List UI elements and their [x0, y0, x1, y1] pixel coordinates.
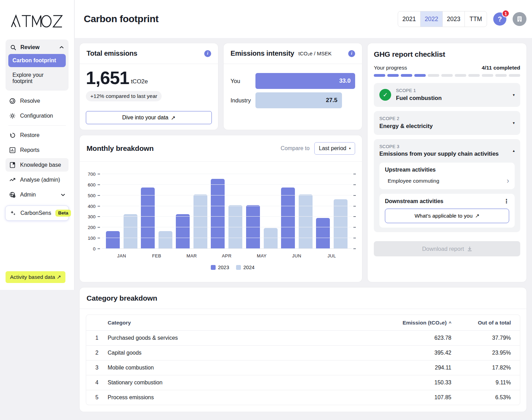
x-axis-label: MAY [246, 253, 278, 258]
monthly-chart-legend: 20232024 [114, 265, 352, 270]
total-emissions-value: 1,651 [86, 69, 129, 87]
employee-commuting-item[interactable]: Employee commuting › [385, 177, 509, 185]
intensity-label: You [231, 78, 255, 84]
axis-tick [98, 248, 100, 249]
x-axis-label: APR [211, 253, 242, 258]
bar-2023-feb[interactable] [141, 188, 155, 249]
building-icon [516, 16, 523, 22]
intensity-value: 27.5 [326, 97, 337, 104]
gear-icon [9, 112, 16, 119]
download-report-button[interactable]: Download report [374, 241, 520, 256]
progress-segment [495, 74, 507, 77]
emissions-intensity-unit: tCO₂e / MSEK [298, 51, 332, 56]
table-row[interactable]: 2 Capital goods 395.42 23.95% [86, 346, 520, 360]
x-axis-label: MAR [176, 253, 207, 258]
legend-label: 2023 [218, 265, 229, 270]
axis-tick [98, 216, 100, 217]
sidebar-item-analyse-admin[interactable]: Analyse (admin) [6, 173, 69, 186]
main-area: Carbon footprint 2021 2022 2023 TTM ? 1 [75, 0, 532, 417]
check-circle-icon: ✓ [379, 89, 391, 101]
info-icon[interactable]: i [348, 50, 355, 57]
table-row[interactable]: 5 Process emissions 107.85 6.53% [86, 390, 520, 405]
sidebar-group-review-header[interactable]: Review [8, 42, 66, 54]
scope-name: Energy & electricity [379, 122, 433, 130]
sidebar-item-knowledge-base[interactable]: Knowledge base [6, 158, 69, 172]
share-column-header[interactable]: Out of a total [454, 315, 520, 331]
x-axis-label: FEB [141, 253, 172, 258]
emission-column-header[interactable]: Emission (tCO₂e)^ [375, 315, 454, 331]
info-icon[interactable]: i [204, 50, 211, 57]
atmoz-logo-icon [10, 15, 63, 28]
whats-applicable-label: What's applicable to you [415, 213, 473, 219]
scope-3-toggle[interactable]: SCOPE 3 Emissions from your supply chain… [379, 144, 515, 158]
compare-period-value: Last period [319, 145, 346, 152]
caret-up-icon: ▴ [513, 148, 515, 153]
bar-2024-feb[interactable] [159, 231, 172, 249]
year-tabs: 2021 2022 2023 TTM [398, 11, 487, 27]
gridline [102, 174, 352, 174]
sidebar-item-resolve[interactable]: Resolve [6, 94, 69, 108]
scope-name: Emissions from your supply chain activit… [379, 150, 499, 158]
x-axis-label: JAN [106, 253, 137, 258]
sidebar-item-reports[interactable]: Reports [6, 143, 69, 157]
sidebar-item-admin[interactable]: Admin [6, 188, 69, 201]
sidebar-item-carbon-footprint[interactable]: Carbon footprint [8, 54, 66, 67]
bar-2024-jan[interactable] [124, 214, 137, 249]
ghg-checklist-title: GHG report checklist [374, 50, 520, 58]
carbonsens-label: CarbonSens [20, 210, 51, 216]
bar-2023-jul[interactable] [316, 218, 330, 249]
compare-to-label: Compare to [281, 145, 310, 152]
table-row[interactable]: 4 Stationary combustion 150.33 9.11% [86, 375, 520, 390]
notification-badge: 1 [502, 10, 510, 17]
sidebar-item-carbonsens[interactable]: CarbonSens Beta [5, 206, 69, 221]
table-row[interactable]: 3 Mobile combustion 294.11 17.82% [86, 360, 520, 375]
organization-avatar[interactable] [513, 12, 526, 26]
bar-2023-jun[interactable] [281, 188, 295, 249]
progress-status: 4/11 completed [482, 65, 520, 71]
comparison-badge: +12% compared to last year [86, 91, 162, 101]
tab-2022[interactable]: 2022 [420, 11, 442, 27]
bar-2023-apr[interactable] [211, 179, 225, 249]
activity-based-data-link[interactable]: Activity based data ↗ [6, 271, 65, 283]
bar-2023-jan[interactable] [106, 231, 120, 249]
intensity-row-industry: Industry 27.5 [231, 92, 355, 108]
axis-tick [98, 195, 100, 196]
globe-gear-icon [9, 191, 16, 198]
atmoz-logo[interactable] [0, 0, 74, 39]
x-axis-label: JUL [316, 253, 348, 258]
compare-period-select[interactable]: Last period ▾ [314, 142, 355, 155]
dashboard-content: Total emissions i 1,651 tCO2e +12% compa… [75, 38, 532, 417]
kebab-menu-icon[interactable]: ⋮ [504, 198, 509, 204]
bar-2024-mar[interactable] [193, 194, 207, 249]
dive-into-data-button[interactable]: Dive into your data ↗ [86, 111, 212, 124]
sidebar-item-label: Configuration [20, 113, 53, 119]
upstream-activities-card: Upstream activities Employee commuting › [379, 163, 515, 189]
bar-2023-mar[interactable] [176, 214, 190, 249]
tab-ttm[interactable]: TTM [465, 11, 487, 27]
progress-segment [414, 74, 426, 77]
resolve-icon [9, 98, 16, 104]
bar-2024-jun[interactable] [299, 194, 313, 249]
tab-2021[interactable]: 2021 [398, 11, 420, 27]
axis-tick [353, 216, 356, 217]
scope-label: SCOPE 3 [379, 144, 499, 150]
intensity-label: Industry [231, 97, 255, 104]
whats-applicable-button[interactable]: What's applicable to you ↗ [385, 209, 509, 223]
sidebar-item-restore[interactable]: Restore [6, 128, 69, 142]
y-axis-tick-label: 400 [88, 204, 96, 209]
gridline [102, 227, 352, 227]
axis-tick [353, 238, 356, 238]
sidebar-item-configuration[interactable]: Configuration [6, 109, 69, 122]
category-breakdown-title: Category breakdown [87, 294, 157, 302]
table-row[interactable]: 1 Purchased goods & services 623.78 37.7… [86, 331, 520, 346]
tab-2023[interactable]: 2023 [442, 11, 465, 27]
scope-1-toggle[interactable]: ✓ SCOPE 1 Fuel combustion ▾ [379, 88, 515, 102]
sort-asc-icon: ^ [449, 320, 451, 326]
category-column-header[interactable]: Category [108, 315, 375, 331]
axis-tick [353, 174, 356, 174]
bar-2024-jul[interactable] [334, 199, 348, 249]
scope-2-toggle[interactable]: SCOPE 2 Energy & electricity ▾ [379, 116, 515, 130]
bar-2024-may[interactable] [264, 228, 278, 249]
sidebar-item-explore-your-footprint[interactable]: Explore your footprint [8, 69, 66, 88]
sidebar-item-label: Knowledge base [20, 162, 61, 168]
